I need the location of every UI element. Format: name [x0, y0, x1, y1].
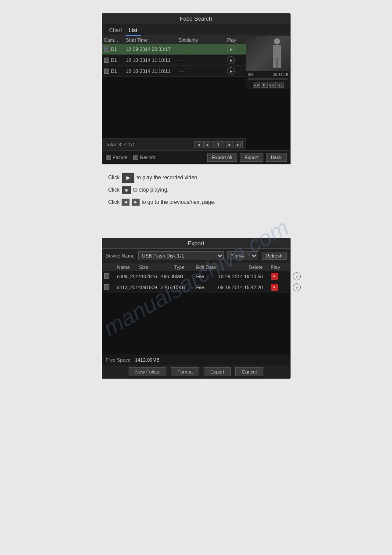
back-button[interactable]: Back: [266, 153, 286, 162]
col-edit-date: Edit Date: [196, 265, 249, 270]
time-display: 0% 20:33:15: [248, 73, 288, 77]
refresh-button[interactable]: Refresh: [262, 252, 287, 260]
preview-controls: 0% 20:33:15 ◄◄ ▶ ►► ►|: [246, 71, 290, 89]
export-row1-check: [104, 273, 117, 279]
face-search-footer: Total: 3 P: 1/1 |◄ ◄ ► ►|: [102, 138, 246, 150]
export-footer: New Folder Format Export Cancel: [102, 365, 290, 378]
list-item: ch13_2014091909... 2707.10KB File 09-19-…: [102, 282, 290, 293]
export-row1-date: 10-29-2014 19:10:56: [218, 274, 271, 279]
action-buttons: Export All Export Back: [207, 153, 287, 162]
tab-chart[interactable]: Chart: [106, 26, 126, 36]
export-row1-name: ch09_2014102916...: [117, 274, 161, 279]
export-row2-delete-button[interactable]: [271, 284, 278, 291]
nav-hint-text: Click: [108, 199, 120, 205]
time-end: 20:33:15: [273, 73, 288, 77]
page-first-button[interactable]: |◄: [194, 141, 202, 148]
export-row1-delete-button[interactable]: [271, 273, 278, 280]
person-leg-right: [277, 58, 281, 68]
row2-play-button[interactable]: [227, 56, 235, 64]
format-select[interactable]: *.mp4: [227, 251, 258, 260]
tab-list[interactable]: List: [126, 26, 141, 36]
record-checkbox[interactable]: [133, 155, 138, 160]
time-start: 0%: [248, 73, 254, 77]
page-next-button[interactable]: ►: [226, 141, 234, 148]
page-last-button[interactable]: ►|: [235, 141, 243, 148]
next-frame-button[interactable]: ►►: [269, 82, 276, 88]
page-number-input[interactable]: [212, 141, 225, 148]
row2-similarity: —: [179, 57, 227, 64]
preview-placeholder: [246, 36, 290, 71]
export-all-button[interactable]: Export All: [207, 153, 237, 162]
col-cam: Cam...: [104, 37, 126, 43]
person-legs: [270, 58, 284, 68]
checkbox-group: Picture Record: [106, 155, 156, 160]
table-row: D1 12-10-2014 11:18:11 —: [102, 66, 246, 77]
face-search-empty-area: [102, 77, 246, 138]
page-prev-button[interactable]: ◄: [203, 141, 211, 148]
row1-checkbox[interactable]: [104, 47, 109, 52]
col-delete: Delete: [249, 265, 271, 270]
play-hint2-text: to play the recorded video.: [137, 174, 198, 181]
device-name-select[interactable]: USB Flash Disk 1-1: [138, 251, 224, 260]
person-leg-left: [273, 58, 277, 68]
new-folder-button[interactable]: New Folder: [129, 367, 166, 376]
stop-button-example: ■: [122, 186, 131, 194]
device-label: Device Name: [106, 253, 135, 258]
play-pause-button[interactable]: ▶: [261, 82, 268, 88]
next-page-button-example: ►: [132, 199, 140, 206]
list-item: ch09_2014102916... 496.88MB File 10-29-2…: [102, 271, 290, 282]
export-row1-type: File: [196, 274, 218, 279]
record-checkbox-label: Record: [133, 155, 155, 160]
export-title: Export: [102, 238, 290, 249]
export-row1-size: 496.88MB: [161, 274, 196, 279]
play-button-example: ▶: [122, 173, 134, 183]
list-header: Cam... Start Time Similarity Play: [102, 36, 246, 44]
col-size: Size: [139, 265, 174, 270]
picture-checkbox[interactable]: [106, 155, 111, 160]
free-space-value: 1412.00MB: [135, 357, 159, 363]
export-header-row: Device Name USB Flash Disk 1-1 *.mp4 Ref…: [102, 249, 290, 263]
stop-hint-text: Click: [108, 187, 120, 193]
playback-buttons: ◄◄ ▶ ►► ►|: [248, 82, 288, 88]
export-button[interactable]: Export: [240, 153, 263, 162]
export-row1-play-button[interactable]: [293, 272, 301, 280]
prev-frame-button[interactable]: ◄◄: [253, 82, 260, 88]
row3-checkbox[interactable]: [104, 69, 109, 74]
export-row2-name: ch13_2014091909...: [117, 285, 161, 290]
nav-hint2-text: to go to the previous/next page.: [142, 199, 216, 205]
cancel-button[interactable]: Cancel: [235, 367, 263, 376]
face-search-title: Face Search: [102, 14, 290, 24]
free-space-label: Free Space: [106, 357, 131, 363]
row1-play-button[interactable]: [227, 45, 235, 53]
export-list-header: Name Size Type Edit Date Delete Play: [102, 263, 290, 271]
export-row1-checkbox[interactable]: [104, 273, 109, 279]
row3-play-button[interactable]: [227, 67, 235, 75]
play-instruction: Click ▶ to play the recorded video.: [16, 173, 376, 183]
col-play: Play: [227, 37, 245, 43]
picture-checkbox-label: Picture: [106, 155, 128, 160]
face-search-tabs: Chart List: [102, 24, 290, 36]
row3-time: 12-10-2014 11:18:11: [126, 69, 179, 74]
export-row2-checkbox[interactable]: [104, 284, 109, 290]
export-row2-play-button[interactable]: [293, 283, 301, 291]
preview-image: [246, 36, 290, 71]
instruction-section: Click ▶ to play the recorded video. Clic…: [16, 173, 376, 207]
format-button[interactable]: Format: [171, 367, 199, 376]
play-hint-text: Click: [108, 174, 120, 181]
person-head: [274, 38, 280, 44]
export-confirm-button[interactable]: Export: [204, 367, 231, 376]
face-search-body: Cam... Start Time Similarity Play D1 12-…: [102, 36, 290, 150]
col-start-time: Start Time: [126, 37, 179, 43]
row1-time: 12-09-2014 20:33:17: [126, 47, 179, 52]
skip-forward-button[interactable]: ►|: [277, 82, 284, 88]
row3-cam: D1: [104, 69, 126, 74]
row2-checkbox[interactable]: [104, 58, 109, 63]
preview-panel: 0% 20:33:15 ◄◄ ▶ ►► ►|: [246, 36, 290, 150]
row2-time: 12-10-2014 11:18:11: [126, 58, 179, 63]
row1-similarity: —: [179, 46, 227, 53]
pagination: |◄ ◄ ► ►|: [194, 141, 243, 148]
progress-bar[interactable]: [248, 78, 288, 80]
row2-cam: D1: [104, 58, 126, 63]
free-space-row: Free Space 1412.00MB: [102, 355, 290, 365]
person-figure: [270, 38, 284, 69]
